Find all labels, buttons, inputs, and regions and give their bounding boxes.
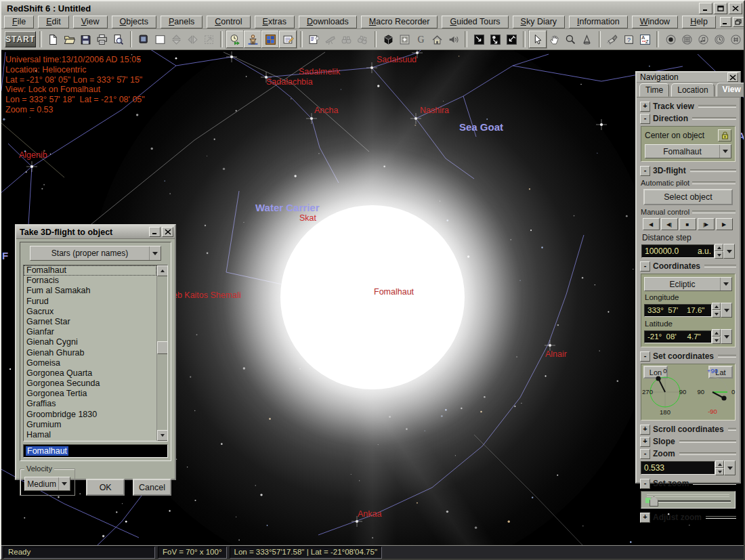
menu-edit[interactable]: Edit — [38, 16, 69, 28]
longitude-dropdown-button[interactable] — [721, 303, 732, 318]
rotate-tool-button[interactable] — [579, 31, 595, 47]
az-index-button[interactable]: AZ — [637, 31, 653, 47]
menu-control[interactable]: Control — [207, 16, 250, 28]
menu-panels[interactable]: Panels — [161, 16, 203, 28]
category-dropdown[interactable]: Stars (proper names) — [30, 246, 161, 261]
navigation-title-bar[interactable]: Navigation — [637, 72, 740, 83]
observer-button[interactable] — [244, 30, 261, 48]
scroll-up-button[interactable] — [157, 265, 168, 276]
open-file-button[interactable] — [62, 31, 78, 47]
music-button[interactable] — [695, 31, 711, 47]
dialog-minimize-button[interactable] — [149, 227, 161, 237]
list-item-hamal[interactable]: Hamal — [24, 430, 156, 440]
data-panel-button[interactable] — [306, 31, 322, 47]
start-button[interactable]: START — [5, 31, 36, 47]
edit-note-button[interactable] — [279, 30, 297, 48]
selected-object-field[interactable]: Fomalhaut — [23, 444, 168, 458]
zoom-tool-button[interactable] — [563, 31, 579, 47]
menu-file[interactable]: File — [4, 16, 34, 28]
zoom-slider[interactable] — [641, 491, 736, 509]
list-item-gacrux[interactable]: Gacrux — [24, 307, 156, 317]
list-item-graffias[interactable]: Graffias — [24, 399, 156, 409]
list-item-gienah-cygni[interactable]: Gienah Cygni — [24, 337, 156, 347]
list-item-gienah-ghurab[interactable]: Gienah Ghurab — [24, 348, 156, 358]
sky-photo-2-button[interactable] — [487, 31, 503, 47]
flight-step-back-button[interactable]: ◀| — [661, 218, 678, 230]
longitude-spinner[interactable] — [712, 303, 721, 318]
menu-information[interactable]: Information — [569, 16, 628, 28]
dialog-close-button[interactable] — [162, 227, 173, 237]
menu-macro-recorder[interactable]: Macro Recorder — [361, 16, 438, 28]
menu-objects[interactable]: Objects — [112, 16, 156, 28]
collapse-button[interactable]: - — [640, 114, 650, 124]
framed-star-button[interactable] — [396, 31, 412, 47]
menu-help[interactable]: Help — [682, 16, 716, 28]
list-item-gorgonea-quarta[interactable]: Gorgonea Quarta — [24, 368, 156, 379]
latitude-dropdown-button[interactable] — [721, 329, 732, 344]
flight-stop-button[interactable]: ■ — [679, 218, 696, 230]
expand-button[interactable]: + — [640, 102, 650, 112]
zoom-spinner[interactable] — [715, 460, 724, 475]
menu-guided-tours[interactable]: Guided Tours — [442, 16, 508, 28]
collapse-button[interactable]: - — [640, 166, 650, 176]
distance-spinner[interactable] — [715, 244, 723, 259]
longitude-field[interactable]: 333° 57' 17.6" — [644, 304, 712, 317]
ok-button[interactable]: OK — [86, 479, 125, 496]
pan-tool-button[interactable] — [547, 31, 563, 47]
navigation-close-button[interactable] — [727, 72, 738, 82]
film-button[interactable] — [679, 31, 695, 47]
menu-window[interactable]: Window — [632, 16, 678, 28]
guide-button[interactable]: G — [412, 31, 429, 47]
new-document-button[interactable] — [45, 31, 62, 47]
distance-step-field[interactable]: 100000.0a.u. — [641, 244, 715, 258]
latitude-spinner[interactable] — [712, 329, 721, 344]
flight-step-forward-button[interactable]: |▶ — [698, 218, 715, 230]
distance-dropdown-button[interactable] — [723, 244, 735, 259]
expand-button[interactable]: + — [640, 437, 650, 447]
latitude-field[interactable]: -21° 08' 4.7" — [644, 330, 712, 343]
select-tool-button[interactable] — [529, 30, 547, 48]
list-item-groombridge-1830[interactable]: Groombridge 1830 — [24, 410, 156, 420]
time-flow-button[interactable] — [226, 30, 244, 48]
collapse-button[interactable]: - — [640, 261, 650, 272]
list-item-fum-al-samakah[interactable]: Fum al Samakah — [24, 286, 156, 296]
tab-view[interactable]: View — [717, 83, 745, 97]
menu-view[interactable]: View — [73, 16, 108, 28]
screen-display-button[interactable] — [135, 31, 152, 47]
list-item-gorgonea-secunda[interactable]: Gorgonea Secunda — [24, 379, 156, 389]
collapse-button[interactable]: - — [640, 351, 650, 362]
lock-button[interactable] — [718, 129, 731, 142]
print-button[interactable] — [94, 31, 110, 47]
flight-dialog-title-bar[interactable]: Take 3D-flight to object — [16, 225, 175, 239]
zoom-dropdown-button[interactable] — [724, 460, 736, 475]
center-object-dropdown[interactable]: Fomalhaut — [645, 144, 731, 158]
print-preview-button[interactable] — [110, 31, 127, 47]
list-item-furud[interactable]: Furud — [24, 297, 156, 307]
menu-downloads[interactable]: Downloads — [299, 16, 357, 28]
sky-photo-1-button[interactable] — [471, 31, 487, 47]
list-item-gianfar[interactable]: Gianfar — [24, 327, 156, 337]
list-item-garnet-star[interactable]: Garnet Star — [24, 317, 156, 327]
sky-photo-3-button[interactable] — [503, 31, 519, 47]
list-item-gomeisa[interactable]: Gomeisa — [24, 358, 156, 368]
flight-back-button[interactable]: ◀ — [643, 218, 660, 230]
list-item-gorgonea-tertia[interactable]: Gorgonea Tertia — [24, 389, 156, 399]
velocity-dropdown[interactable]: Medium — [24, 477, 70, 491]
list-item-grumium[interactable]: Grumium — [24, 420, 156, 430]
child-restore-button[interactable] — [733, 17, 744, 27]
hash-button[interactable] — [727, 31, 744, 47]
clock-button[interactable] — [711, 31, 727, 47]
expand-button[interactable]: + — [640, 513, 650, 523]
help-book-button[interactable]: ? — [620, 31, 637, 47]
sky-window-button[interactable] — [261, 30, 279, 48]
zoom-field[interactable]: 0.533 — [641, 461, 715, 475]
object-list[interactable]: FomalhautFornacisFum al SamakahFurudGacr… — [23, 265, 168, 441]
scroll-down-button[interactable] — [157, 430, 168, 441]
cube-3d-button[interactable] — [380, 31, 396, 47]
scroll-thumb[interactable] — [157, 341, 168, 354]
collapse-button[interactable]: - — [640, 479, 650, 489]
record-button[interactable] — [662, 31, 679, 47]
select-object-button[interactable]: Select object — [643, 189, 733, 205]
home-button[interactable] — [429, 31, 445, 47]
minimize-button[interactable] — [699, 3, 712, 14]
